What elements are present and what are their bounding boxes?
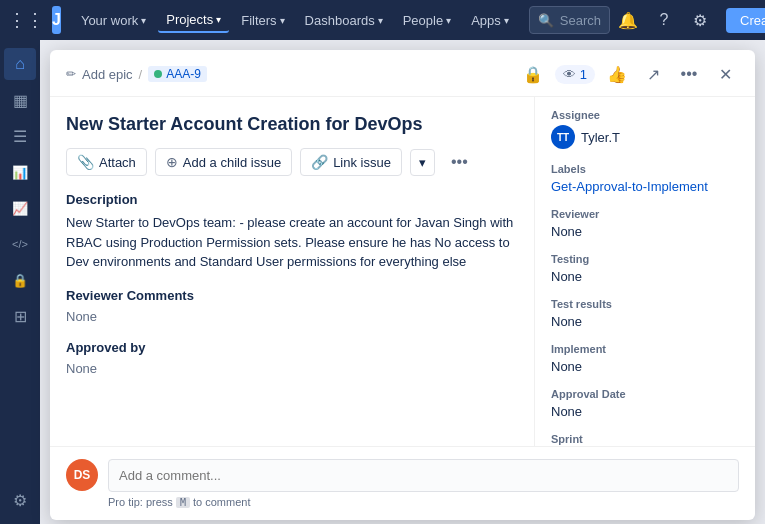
breadcrumb-divider: /: [139, 67, 143, 82]
approved-by-label: Approved by: [66, 340, 518, 355]
approved-by-section: Approved by None: [66, 340, 518, 376]
chevron-down-icon: ▾: [280, 15, 285, 26]
search-icon: 🔍: [538, 13, 554, 28]
test-results-value: None: [551, 314, 739, 329]
issue-panel: ✏ Add epic / AAA-9 🔒 👁 1 👍 ↗: [50, 50, 755, 520]
watch-button[interactable]: 👁 1: [555, 65, 595, 84]
labels-section: Labels Get-Approval-to-Implement: [551, 163, 739, 194]
nav-people[interactable]: People ▾: [395, 9, 459, 32]
reviewer-comments-value: None: [66, 309, 518, 324]
search-bar[interactable]: 🔍 Search: [529, 6, 610, 34]
like-button[interactable]: 👍: [603, 60, 631, 88]
panel-header: ✏ Add epic / AAA-9 🔒 👁 1 👍 ↗: [50, 50, 755, 97]
nav-apps[interactable]: Apps ▾: [463, 9, 517, 32]
more-button[interactable]: •••: [675, 60, 703, 88]
comment-input[interactable]: [108, 459, 739, 492]
link-issue-button[interactable]: 🔗 Link issue: [300, 148, 402, 176]
assignee-avatar: TT: [551, 125, 575, 149]
assignee-row: TT Tyler.T: [551, 125, 739, 149]
test-results-section: Test results None: [551, 298, 739, 329]
lock-button[interactable]: 🔒: [519, 60, 547, 88]
add-child-issue-button[interactable]: ⊕ Add a child issue: [155, 148, 292, 176]
sidebar-board-icon[interactable]: ▦: [4, 84, 36, 116]
implement-section: Implement None: [551, 343, 739, 374]
link-icon: 🔗: [311, 154, 328, 170]
sidebar-security-icon[interactable]: 🔒: [4, 264, 36, 296]
comment-tip: Pro tip: press M to comment: [108, 496, 739, 508]
comment-avatar: DS: [66, 459, 98, 491]
logo[interactable]: J: [52, 6, 61, 34]
approval-date-value: None: [551, 404, 739, 419]
attach-button[interactable]: 📎 Attach: [66, 148, 147, 176]
more-actions-button[interactable]: •••: [443, 148, 476, 176]
testing-section: Testing None: [551, 253, 739, 284]
action-bar: 📎 Attach ⊕ Add a child issue 🔗 Link issu…: [66, 148, 518, 176]
sidebar-roadmap-icon[interactable]: 📊: [4, 156, 36, 188]
header-actions: 🔒 👁 1 👍 ↗ ••• ✕: [519, 60, 739, 88]
chevron-down-icon: ▾: [141, 15, 146, 26]
paperclip-icon: 📎: [77, 154, 94, 170]
grid-icon[interactable]: ⋮⋮: [8, 9, 44, 31]
labels-label: Labels: [551, 163, 739, 175]
reviewer-value: None: [551, 224, 739, 239]
comment-input-wrapper: Pro tip: press M to comment: [108, 459, 739, 508]
notifications-icon[interactable]: 🔔: [614, 6, 642, 34]
reviewer-label: Reviewer: [551, 208, 739, 220]
sprint-label: Sprint: [551, 433, 739, 445]
sidebar-backlog-icon[interactable]: ☰: [4, 120, 36, 152]
labels-value[interactable]: Get-Approval-to-Implement: [551, 179, 739, 194]
reviewer-section: Reviewer None: [551, 208, 739, 239]
breadcrumb-add-epic[interactable]: Add epic: [82, 67, 133, 82]
help-icon[interactable]: ?: [650, 6, 678, 34]
reviewer-comments-label: Reviewer Comments: [66, 288, 518, 303]
sidebar-components-icon[interactable]: ⊞: [4, 300, 36, 332]
chevron-down-icon: ▾: [378, 15, 383, 26]
sidebar-reports-icon[interactable]: 📈: [4, 192, 36, 224]
assignee-name[interactable]: Tyler.T: [581, 130, 620, 145]
testing-value: None: [551, 269, 739, 284]
implement-label: Implement: [551, 343, 739, 355]
eye-icon: 👁: [563, 67, 576, 82]
main-layout: ⌂ ▦ ☰ 📊 📈 </> 🔒 ⊞ ⚙ ✏ Add epic / AAA-9: [0, 40, 765, 524]
status-dot: [154, 70, 162, 78]
testing-label: Testing: [551, 253, 739, 265]
nav-filters[interactable]: Filters ▾: [233, 9, 292, 32]
description-section: Description New Starter to DevOps team: …: [66, 192, 518, 272]
panel-body: New Starter Account Creation for DevOps …: [50, 97, 755, 446]
nav-dashboards[interactable]: Dashboards ▾: [297, 9, 391, 32]
sidebar-home-icon[interactable]: ⌂: [4, 48, 36, 80]
chevron-down-icon: ▾: [216, 14, 221, 25]
settings-icon[interactable]: ⚙: [686, 6, 714, 34]
content-area: ✏ Add epic / AAA-9 🔒 👁 1 👍 ↗: [40, 40, 765, 524]
sidebar-settings-icon[interactable]: ⚙: [4, 484, 36, 516]
assignee-section: Assignee TT Tyler.T: [551, 109, 739, 149]
description-label: Description: [66, 192, 518, 207]
issue-id-badge[interactable]: AAA-9: [148, 66, 207, 82]
approval-date-label: Approval Date: [551, 388, 739, 400]
assignee-label: Assignee: [551, 109, 739, 121]
test-results-label: Test results: [551, 298, 739, 310]
nav-projects[interactable]: Projects ▾: [158, 8, 229, 33]
approval-date-section: Approval Date None: [551, 388, 739, 419]
keyboard-shortcut: M: [176, 497, 190, 508]
close-button[interactable]: ✕: [711, 60, 739, 88]
issue-title: New Starter Account Creation for DevOps: [66, 113, 518, 136]
left-sidebar: ⌂ ▦ ☰ 📊 📈 </> 🔒 ⊞ ⚙: [0, 40, 40, 524]
panel-left: New Starter Account Creation for DevOps …: [50, 97, 535, 446]
chevron-down-icon: ▾: [446, 15, 451, 26]
description-text: New Starter to DevOps team: - please cre…: [66, 213, 518, 272]
dropdown-button[interactable]: ▾: [410, 149, 435, 176]
edit-icon[interactable]: ✏: [66, 67, 76, 81]
approved-by-value: None: [66, 361, 518, 376]
sprint-section: Sprint AAA Sprint 1: [551, 433, 739, 446]
implement-value: None: [551, 359, 739, 374]
topnav: ⋮⋮ J Your work ▾ Projects ▾ Filters ▾ Da…: [0, 0, 765, 40]
topnav-right: 🔔 ? ⚙ Create: [614, 6, 765, 34]
panel-right: Assignee TT Tyler.T Labels Get-Approval-…: [535, 97, 755, 446]
chevron-down-icon: ▾: [504, 15, 509, 26]
create-button[interactable]: Create: [726, 8, 765, 33]
share-button[interactable]: ↗: [639, 60, 667, 88]
child-icon: ⊕: [166, 154, 178, 170]
sidebar-code-icon[interactable]: </>: [4, 228, 36, 260]
nav-your-work[interactable]: Your work ▾: [73, 9, 154, 32]
